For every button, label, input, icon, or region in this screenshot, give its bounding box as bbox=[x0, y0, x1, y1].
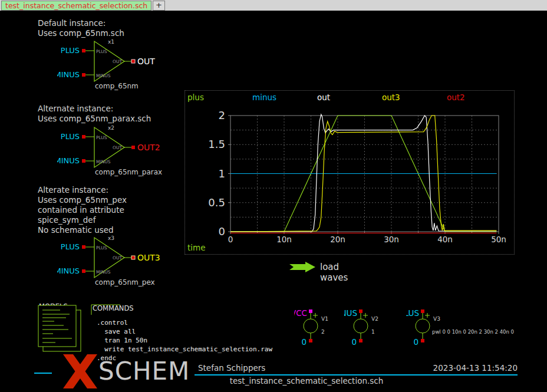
x-tick-label: 50n bbox=[491, 235, 506, 244]
x-tick-label: 10n bbox=[276, 235, 292, 244]
load-waves-launcher[interactable]: load waves bbox=[289, 261, 316, 273]
x-axis-label: time bbox=[187, 243, 206, 252]
pin-square bbox=[309, 309, 312, 313]
net-label-out[interactable]: OUT2 bbox=[137, 143, 160, 152]
net-label-out[interactable]: OUT3 bbox=[137, 253, 160, 262]
pin-label-plus: PLUS bbox=[96, 245, 107, 251]
legend-item-out2[interactable]: out2 bbox=[447, 93, 465, 102]
tab-schematic[interactable]: test_instance_schematic_selection.sch bbox=[1, 1, 151, 11]
new-tab-button[interactable]: + bbox=[153, 1, 165, 11]
comparator-instance-x2[interactable]: PLUS MINUS x2 PLUS MINUS OUT OUT2 comp_6… bbox=[57, 122, 175, 178]
pin-square bbox=[82, 73, 85, 77]
comparator-instance-x3[interactable]: PLUS MINUS x3 PLUS MINUS OUT OUT3 comp_6… bbox=[57, 232, 175, 288]
legend-item-plus[interactable]: plus bbox=[187, 93, 204, 102]
source-circle-icon bbox=[416, 319, 430, 333]
y-tick-label: 2 bbox=[219, 109, 225, 121]
net-label-out[interactable]: OUT bbox=[137, 57, 155, 66]
schematic-canvas[interactable]: Default instance: Uses comp_65nm.sch Alt… bbox=[0, 12, 547, 392]
legend-item-out3[interactable]: out3 bbox=[382, 93, 400, 102]
source-name: V3 bbox=[433, 316, 440, 322]
y-tick-label: 1.5 bbox=[208, 138, 225, 150]
x-tick-label: 40n bbox=[437, 235, 453, 244]
pin-square bbox=[82, 135, 85, 139]
models-icon[interactable] bbox=[35, 299, 88, 355]
instance-name: x1 bbox=[108, 39, 114, 45]
pin-square bbox=[82, 159, 85, 163]
pin-square bbox=[131, 256, 135, 259]
gnd-label[interactable]: 0 bbox=[351, 337, 357, 347]
pin-square bbox=[82, 49, 85, 52]
pin-label-minus: MINUS bbox=[96, 73, 111, 78]
net-label[interactable]: VCC bbox=[294, 308, 307, 318]
pin-label-out: OUT bbox=[113, 255, 122, 261]
net-label[interactable]: MINUS bbox=[344, 308, 357, 318]
page-rect-front bbox=[38, 305, 76, 347]
source-value: 1 bbox=[371, 329, 375, 335]
pin-square bbox=[359, 339, 363, 342]
net-label-minus[interactable]: MINUS bbox=[57, 266, 80, 275]
pin-square bbox=[359, 309, 363, 313]
source-circle-icon bbox=[304, 319, 318, 333]
source-circle-icon bbox=[354, 319, 368, 333]
titleblock-author: Stefan Schippers bbox=[198, 363, 265, 373]
x-tick-label: 20n bbox=[330, 235, 345, 244]
pin-square bbox=[421, 309, 424, 313]
symbol-name: comp_65nm_pex bbox=[95, 278, 155, 286]
xschem-logo-x-icon bbox=[62, 354, 98, 388]
comparator-instance-x1[interactable]: PLUS MINUS x1 PLUS MINUS OUT OUT comp_65… bbox=[57, 36, 175, 92]
x-tick-label: 30n bbox=[384, 235, 399, 244]
titleblock-filename: test_instance_schematic_selection.sch bbox=[130, 376, 483, 386]
source-value: 2 bbox=[321, 329, 325, 335]
instance-name: x3 bbox=[108, 235, 114, 241]
pin-label-out: OUT bbox=[113, 145, 122, 150]
legend-item-out[interactable]: out bbox=[317, 93, 330, 102]
pin-square bbox=[82, 245, 85, 249]
commands-code[interactable]: .control save all tran 1n 50n write test… bbox=[97, 318, 272, 363]
pin-label-minus: MINUS bbox=[96, 269, 111, 275]
pin-square bbox=[309, 339, 312, 342]
x-tick-label: 0 bbox=[228, 235, 233, 244]
source-name: V2 bbox=[371, 316, 378, 322]
waveform-graph[interactable]: 010n20n30n40n50n00.511.52 plusminusoutou… bbox=[184, 90, 515, 255]
source-name: V1 bbox=[321, 316, 328, 322]
symbol-name: comp_65nm_parax bbox=[95, 168, 162, 176]
net-label-plus[interactable]: PLUS bbox=[61, 132, 80, 141]
vsource-v3[interactable]: PLUS V3 pwl 0 0 10n 0 20n 2 30n 2 40n 0 … bbox=[406, 308, 545, 347]
net-label[interactable]: PLUS bbox=[406, 308, 419, 318]
titleblock-datetime: 2023-04-13 11:54:20 bbox=[341, 363, 518, 373]
titleblock-line-center bbox=[195, 374, 518, 375]
tab-bar: test_instance_schematic_selection.sch + bbox=[0, 0, 547, 12]
launcher-arrow-icon bbox=[289, 261, 316, 273]
y-tick-label: 1 bbox=[219, 167, 225, 180]
y-tick-label: 0 bbox=[219, 225, 225, 238]
gnd-label[interactable]: 0 bbox=[301, 337, 307, 347]
instance-name: x2 bbox=[108, 125, 114, 131]
launcher-label: load waves bbox=[320, 262, 348, 283]
pin-label-plus: PLUS bbox=[96, 135, 107, 140]
annotation-default-instance: Default instance: Uses comp_65nm.sch bbox=[38, 18, 124, 38]
pin-square bbox=[82, 269, 85, 273]
gnd-label[interactable]: 0 bbox=[413, 337, 419, 347]
net-label-plus[interactable]: PLUS bbox=[61, 242, 80, 251]
net-label-minus[interactable]: MINUS bbox=[57, 156, 80, 165]
y-tick-label: 0.5 bbox=[208, 196, 225, 209]
pin-square bbox=[131, 146, 135, 149]
source-value: pwl 0 0 10n 0 20n 2 30n 2 40n 0 bbox=[432, 329, 514, 335]
legend-item-minus[interactable]: minus bbox=[252, 93, 276, 102]
commands-bracket-icon bbox=[90, 302, 125, 317]
waveform-plot-area[interactable]: 010n20n30n40n50n00.511.52 bbox=[185, 91, 514, 254]
pin-square bbox=[421, 339, 424, 342]
annotation-alternate-instance: Alternate instance: Uses comp_65nm_parax… bbox=[38, 104, 151, 124]
titleblock-line-left bbox=[34, 373, 52, 374]
symbol-name: comp_65nm bbox=[95, 82, 139, 90]
pin-square bbox=[131, 60, 135, 63]
pin-label-minus: MINUS bbox=[96, 159, 111, 164]
pin-label-plus: PLUS bbox=[96, 49, 107, 54]
pin-label-out: OUT bbox=[113, 59, 122, 64]
net-label-plus[interactable]: PLUS bbox=[61, 46, 80, 55]
net-label-minus[interactable]: MINUS bbox=[57, 70, 80, 79]
annotation-pex-instance: Alterate instance: Uses comp_65nm_pex co… bbox=[38, 185, 127, 235]
